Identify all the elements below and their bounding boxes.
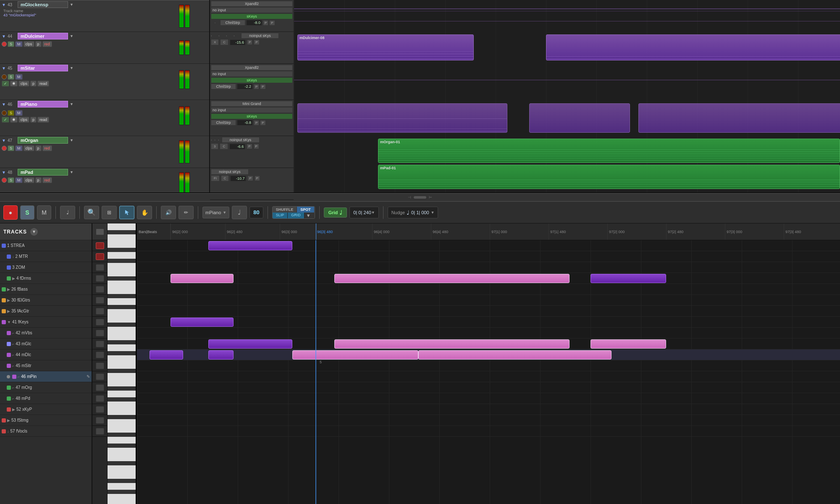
plugin-46-3[interactable]: ChnlStrp [211, 120, 236, 126]
grid-display-btn[interactable]: Grid ♩ [324, 207, 347, 218]
track-47-mute[interactable]: M [15, 145, 23, 151]
plugin-47-input[interactable]: noinput sKys [222, 137, 260, 143]
track-47-pan1[interactable]: P [247, 144, 252, 149]
plugin-44-c[interactable]: C [220, 39, 228, 45]
launch-btn-52[interactable] [96, 406, 104, 413]
launch-btn-45[interactable] [96, 362, 104, 369]
track-48-mute[interactable]: M [15, 177, 23, 183]
grid-dropdown-arrow[interactable]: ▼ [304, 213, 312, 218]
track-47-p[interactable]: p [35, 145, 42, 151]
plugin-46-1[interactable]: Mini Grand [211, 101, 293, 107]
track-list-item-26[interactable]: ▶ 26 fBass [0, 284, 92, 295]
arr-clip-dulcimer-02[interactable] [546, 34, 840, 60]
track-48-pan2[interactable]: P [255, 176, 260, 181]
launch-btn-57[interactable] [96, 428, 104, 435]
track-45-p[interactable]: p [30, 81, 37, 87]
track-list-item-30[interactable]: ▶ 30 fElGtrs [0, 295, 92, 306]
arr-clip-piano-01[interactable] [297, 103, 507, 133]
session-clip-mdlc-2[interactable] [334, 339, 570, 349]
track-list-item-42[interactable]: ⌐ 42 mVbs [0, 328, 92, 339]
track-45-clip2[interactable]: ✱ [10, 81, 18, 87]
track-43-pan2[interactable]: P [269, 20, 275, 26]
zoom-tool-btn[interactable]: 🔍 [84, 206, 99, 219]
track-46-pan1[interactable]: P [254, 120, 259, 126]
note-icon-btn[interactable]: ♩ [60, 206, 75, 219]
track-44-solo-btn[interactable]: S [8, 41, 14, 47]
shuffle-btn[interactable]: SHUFFLE [273, 207, 297, 213]
track-44-clips-btn[interactable]: clps [24, 41, 34, 47]
plugin-47-x[interactable]: 3 [211, 143, 218, 150]
launch-btn-2[interactable] [96, 253, 104, 260]
track-46-rec[interactable] [2, 110, 7, 116]
track-47-clips[interactable]: clps [24, 145, 34, 151]
launch-btn-53[interactable] [96, 417, 104, 424]
tracks-expand-btn[interactable]: ▼ [30, 228, 38, 236]
launch-btn-30[interactable] [96, 297, 104, 304]
session-clip-mpin-2[interactable] [208, 350, 234, 360]
track-44-record-btn[interactable] [2, 42, 7, 47]
arr-clip-dulcimer-01[interactable]: mDulcimer-08 [297, 34, 474, 60]
arr-clip-organ-01[interactable]: mOrgan-01 [378, 139, 840, 163]
track-45-mute[interactable]: M [15, 74, 23, 80]
track-47-rec[interactable] [2, 146, 7, 151]
track-selector-dropdown[interactable]: mPiano [202, 207, 229, 218]
track-list-item-4[interactable]: ▶ 4 fDrms [0, 273, 92, 284]
track-list-item-35[interactable]: ▶ 35 fAcGtr [0, 306, 92, 317]
track-list-item-47[interactable]: ⌐ 47 mOrg [0, 382, 92, 393]
track-44-p-btn[interactable]: p [35, 41, 42, 47]
track-list-item-2[interactable]: ↓ 2 MTR [0, 251, 92, 262]
arr-clip-piano-02[interactable] [529, 103, 630, 133]
plugin-44-x[interactable]: X [211, 39, 219, 45]
plugin-43-2[interactable]: sKeys [211, 13, 293, 19]
track-44-pan1[interactable]: P [247, 39, 252, 45]
master-launch-btn[interactable] [96, 228, 104, 235]
track-46-pan2[interactable]: P [260, 120, 265, 126]
session-clip-mpin-3[interactable] [292, 350, 418, 360]
track-45-pan2[interactable]: P [260, 84, 265, 89]
arr-clip-pad-01[interactable]: mPad-01 [378, 165, 840, 189]
launch-btn-42[interactable] [96, 330, 104, 336]
launch-btn-35[interactable] [96, 308, 104, 315]
track-48-solo[interactable]: S [8, 177, 14, 183]
track-list-item-53[interactable]: ▶ 53 fStrng [0, 415, 92, 426]
launch-btn-43[interactable] [96, 341, 104, 347]
track-48-pan1[interactable]: P [247, 176, 253, 181]
session-clip-fdrms-2[interactable] [334, 274, 570, 283]
track-44-mute-btn[interactable]: M [15, 41, 23, 47]
track-46-read[interactable]: read [37, 117, 49, 123]
plugin-45-2[interactable]: sKeys [211, 77, 293, 83]
track-46-solo[interactable]: S [8, 110, 14, 116]
track-list-item-44[interactable]: ⌐ 44 mDlc [0, 349, 92, 360]
launch-btn-46[interactable] [96, 373, 104, 380]
track-46-clips[interactable]: clps [18, 117, 29, 123]
spot-btn[interactable]: SPoT [297, 207, 315, 213]
track-list-item-1[interactable]: 1 STREA [0, 240, 92, 251]
plugin-44-input[interactable]: noinput sKys [241, 33, 279, 39]
track-45-pan1[interactable]: P [254, 84, 259, 89]
track-46-edit-icon[interactable]: ✎ [87, 374, 90, 379]
track-list-item-46[interactable]: ⌐ 46 mPin ✎ [0, 371, 92, 382]
pencil-tool-btn[interactable]: ✏ [178, 206, 194, 219]
launch-btn-26[interactable] [96, 286, 104, 293]
track-44-pan2[interactable]: P [254, 39, 259, 45]
select-tool-btn[interactable] [119, 206, 134, 219]
launch-btn-48[interactable] [96, 395, 104, 402]
slip-btn[interactable]: SLIP [273, 213, 288, 218]
plugin-46-2[interactable]: sKeys [211, 113, 293, 119]
track-48-rec[interactable] [2, 178, 7, 183]
select-range-btn[interactable]: ⊞ [102, 206, 117, 219]
session-clip-fdrms-3[interactable] [591, 274, 666, 283]
launch-btn-3[interactable] [96, 264, 104, 271]
speaker-tool-btn[interactable]: 🔊 [161, 206, 176, 219]
plugin-48-input[interactable]: noinput sKys [211, 169, 249, 175]
track-48-p[interactable]: p [35, 177, 42, 183]
plugin-45-3[interactable]: ChnlStrp [211, 84, 236, 89]
track-list-item-3[interactable]: 3 ZOM [0, 262, 92, 273]
position-display[interactable]: 0| 0| 240 [349, 207, 378, 218]
plugin-47-c[interactable]: C [220, 143, 228, 150]
track-46-p[interactable]: p [30, 117, 37, 123]
session-clip-mdlc-3[interactable] [591, 339, 666, 349]
track-list-item-48[interactable]: ⌐ 48 mPd [0, 393, 92, 404]
session-clip-strea-1[interactable] [208, 241, 292, 250]
launch-btn-1[interactable] [96, 242, 104, 249]
